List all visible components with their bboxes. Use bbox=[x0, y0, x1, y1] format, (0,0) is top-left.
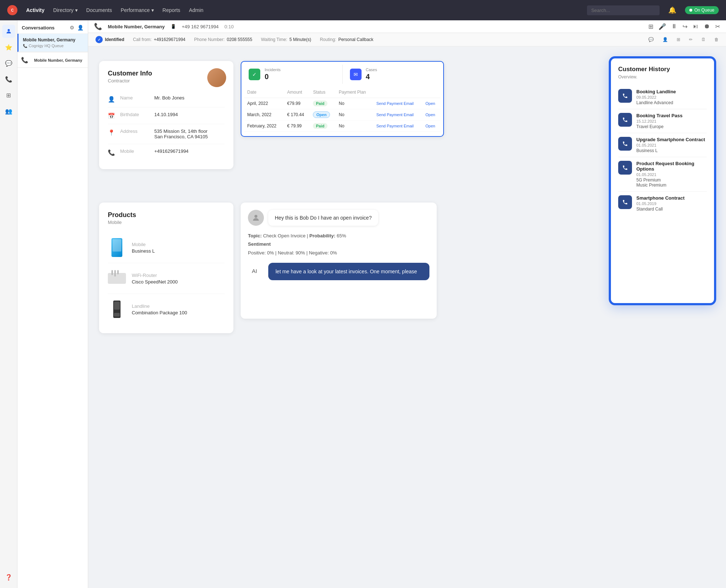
global-search-input[interactable] bbox=[587, 5, 660, 15]
conversations-add-icon[interactable]: 👤 bbox=[77, 25, 83, 30]
products-subtitle: Mobile bbox=[108, 220, 225, 225]
product-row-landline: Landline Combination Package 100 bbox=[108, 294, 225, 324]
action-icon-3[interactable]: ⊞ bbox=[677, 37, 680, 42]
action-icon-5[interactable]: 🗓 bbox=[701, 37, 706, 42]
col-payment-plan: Payment Plan bbox=[336, 87, 373, 98]
history-item-content: Booking Travel Pass 15.12.2021 Travel Eu… bbox=[636, 113, 682, 129]
nav-directory[interactable]: Directory ▾ bbox=[53, 7, 78, 13]
history-item-date: 01.05.2019 bbox=[636, 201, 685, 206]
sidebar-icon-people[interactable]: 👥 bbox=[2, 105, 15, 118]
sidebar-icon-user[interactable] bbox=[2, 25, 15, 38]
landline-product-image bbox=[108, 298, 126, 320]
history-item-content: Upgrade Smartphone Contract 01.05.2021 B… bbox=[636, 137, 705, 153]
invoice-open-link[interactable]: Open bbox=[423, 121, 440, 132]
nav-activity[interactable]: Activity bbox=[26, 7, 45, 13]
nav-documents[interactable]: Documents bbox=[86, 7, 112, 13]
hold-icon[interactable]: ⏯ bbox=[693, 23, 699, 30]
invoice-date: February, 2022 bbox=[244, 121, 284, 132]
sidebar-icon-star[interactable]: ⭐ bbox=[2, 41, 15, 54]
sidebar: ⭐ 💬 📞 ⊞ 👥 ❓ bbox=[0, 20, 17, 588]
conversation-item-sub: 📞 Cognigy HQ Queue bbox=[23, 44, 83, 48]
sidebar-icon-help[interactable]: ❓ bbox=[2, 571, 15, 584]
customer-info-card: Customer Info Contractor 👤 Name Mr. Bob … bbox=[99, 61, 233, 169]
sidebar-icon-phone[interactable]: 📞 bbox=[2, 73, 15, 86]
incidents-icon: ✓ bbox=[249, 69, 260, 80]
mute-icon[interactable]: 🎤 bbox=[658, 23, 666, 30]
incidents-stat: ✓ Incidents 0 bbox=[241, 62, 342, 87]
record-icon[interactable]: ⏺ bbox=[704, 23, 710, 30]
col-send bbox=[374, 87, 423, 98]
hangup-icon[interactable]: ✂ bbox=[715, 23, 720, 30]
customer-avatar bbox=[207, 68, 226, 87]
action-icon-1[interactable]: 💬 bbox=[648, 37, 654, 42]
avatar-image bbox=[207, 68, 226, 87]
invoice-open-link[interactable]: Open bbox=[423, 109, 440, 121]
invoice-row: March, 2022 € 170.44 Open No Send Paymen… bbox=[244, 109, 440, 121]
user-message-container: Hey this is Bob Do I have an open invoic… bbox=[248, 210, 429, 226]
invoice-table: Date Amount Status Payment Plan April, 2… bbox=[244, 87, 440, 132]
products-card: Products Mobile Mobile Business L bbox=[99, 203, 233, 333]
topic-info: Topic: Check Open Invoice | Probability:… bbox=[248, 232, 429, 240]
action-icon-4[interactable]: ✏ bbox=[689, 37, 693, 42]
invoice-stats-row: ✓ Incidents 0 ✉ Cases 4 bbox=[241, 62, 443, 87]
history-item-content: Smartphone Contract 01.05.2019 Standard … bbox=[636, 195, 685, 212]
history-item-icon bbox=[618, 137, 632, 151]
conversations-header: Conversations ⚙ 👤 bbox=[17, 20, 88, 34]
status-dot bbox=[689, 9, 692, 12]
call-phone-icon: 📞 bbox=[21, 57, 28, 64]
mobile-product-image bbox=[108, 237, 126, 258]
nav-admin[interactable]: Admin bbox=[189, 7, 204, 13]
nav-reports[interactable]: Reports bbox=[163, 7, 180, 13]
notifications-bell-icon[interactable]: 🔔 bbox=[668, 6, 676, 14]
history-item-icon bbox=[618, 195, 632, 209]
invoice-payment-plan: No bbox=[336, 121, 373, 132]
col-amount: Amount bbox=[284, 87, 310, 98]
invoice-payment-plan: No bbox=[336, 98, 373, 109]
history-item[interactable]: Upgrade Smartphone Contract 01.05.2021 B… bbox=[618, 133, 707, 157]
history-item-date: 01.05.2021 bbox=[636, 143, 705, 147]
routing-info: Routing: Personal Callback bbox=[320, 37, 373, 42]
conversation-item[interactable]: Mobile Number, Germany 📞 Cognigy HQ Queu… bbox=[17, 34, 88, 52]
sidebar-icon-chat[interactable]: 💬 bbox=[2, 57, 15, 70]
history-item[interactable]: Booking Landline 09.05.2022 Landline Adv… bbox=[618, 85, 707, 109]
history-item-title: Upgrade Smartphone Contract bbox=[636, 137, 705, 142]
conversations-panel: Conversations ⚙ 👤 Mobile Number, Germany… bbox=[17, 20, 88, 588]
user-avatar bbox=[248, 210, 264, 226]
waiting-time-info: Waiting Time: 5 Minute(s) bbox=[261, 37, 311, 42]
call-name: Mobile Number, Germany bbox=[108, 24, 165, 29]
invoice-date: March, 2022 bbox=[244, 109, 284, 121]
history-item-icon bbox=[618, 89, 632, 103]
invoice-status: Open bbox=[310, 109, 336, 121]
invoice-send-link[interactable]: Send Payment Email bbox=[374, 98, 423, 109]
invoice-open-link[interactable]: Open bbox=[423, 98, 440, 109]
svg-point-2 bbox=[8, 29, 10, 31]
top-navigation: C Activity Directory ▾ Documents Perform… bbox=[0, 0, 726, 20]
transfer-icon[interactable]: ↪ bbox=[682, 23, 688, 30]
invoice-amount: € 79.99 bbox=[284, 121, 310, 132]
product-router-info: WiFi-Router Cisco SpeedNet 2000 bbox=[132, 273, 178, 285]
product-landline-info: Landline Combination Package 100 bbox=[132, 303, 187, 315]
history-item[interactable]: Product Request Booking Options 01.05.20… bbox=[618, 157, 707, 192]
history-item[interactable]: Booking Travel Pass 15.12.2021 Travel Eu… bbox=[618, 109, 707, 133]
call-action-bar: 📞 Mobile Number, Germany 📱 +49 162 96719… bbox=[88, 20, 726, 33]
history-subtitle: Overview. bbox=[618, 74, 707, 79]
invoice-send-link[interactable]: Send Payment Email bbox=[374, 109, 423, 121]
svg-point-3 bbox=[254, 215, 257, 218]
user-message-bubble: Hey this is Bob Do I have an open invoic… bbox=[268, 210, 378, 226]
action-icon-6[interactable]: 🗑 bbox=[714, 37, 719, 42]
incidents-info: Incidents 0 bbox=[265, 68, 281, 81]
grid-icon[interactable]: ⊞ bbox=[648, 23, 653, 30]
action-icon-2[interactable]: 👤 bbox=[662, 37, 668, 42]
invoice-send-link[interactable]: Send Payment Email bbox=[374, 121, 423, 132]
nav-performance[interactable]: Performance ▾ bbox=[121, 7, 154, 13]
history-item-title: Booking Travel Pass bbox=[636, 113, 682, 118]
sidebar-icon-grid[interactable]: ⊞ bbox=[2, 89, 15, 102]
history-list: Booking Landline 09.05.2022 Landline Adv… bbox=[618, 85, 707, 215]
customer-address-value: 535 Mission St, 14th floor San Francisco… bbox=[154, 128, 208, 139]
history-item[interactable]: Smartphone Contract 01.05.2019 Standard … bbox=[618, 192, 707, 215]
conversations-settings-icon[interactable]: ⚙ bbox=[70, 25, 74, 30]
pause-icon[interactable]: ⏸ bbox=[671, 23, 677, 30]
invoice-row: February, 2022 € 79.99 Paid No Send Paym… bbox=[244, 121, 440, 132]
agent-status-badge[interactable]: On Queue bbox=[685, 6, 719, 14]
invoice-amount: €79.99 bbox=[284, 98, 310, 109]
